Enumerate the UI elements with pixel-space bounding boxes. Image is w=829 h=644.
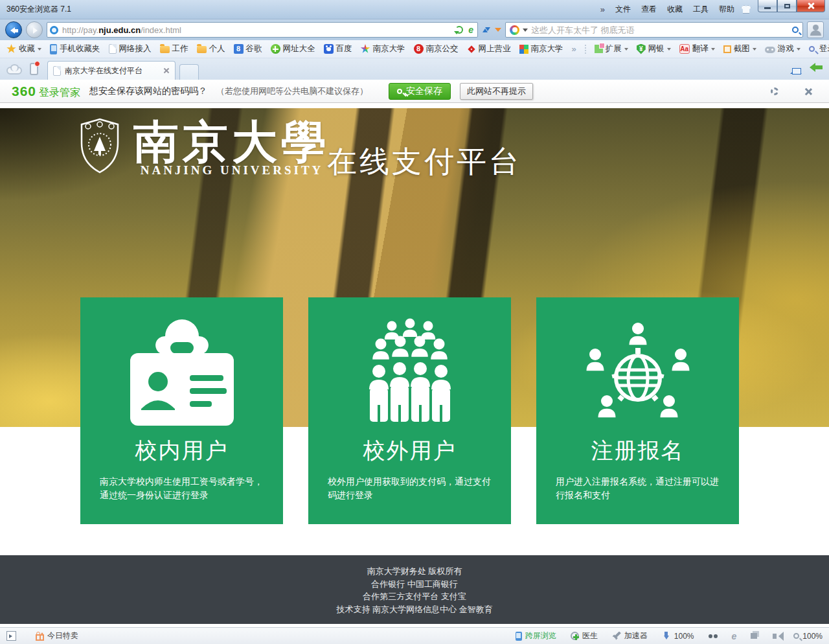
- download-speed[interactable]: 100%: [662, 632, 694, 641]
- back-button[interactable]: [5, 21, 22, 38]
- bookmark-site-directory[interactable]: 网址大全: [271, 43, 315, 54]
- card-description: 校外用户使用获取到的支付码，通过支付码进行登录: [328, 475, 492, 502]
- bookmark-nju[interactable]: 南京大学: [361, 43, 405, 54]
- sidebar-toggle-icon[interactable]: [6, 631, 16, 641]
- card-registration[interactable]: 注册报名 用户进入注册报名系统，通过注册可以进行报名和支付: [536, 297, 739, 524]
- tool-games[interactable]: 游戏: [765, 43, 801, 54]
- cloud-sync-icon[interactable]: [6, 67, 22, 75]
- four-squares-icon: [519, 45, 528, 54]
- dismiss-site-button[interactable]: 此网站不再提示: [460, 83, 533, 100]
- url-text[interactable]: http://pay.nju.edu.cn/index.html: [62, 25, 451, 35]
- dropdown-icon[interactable]: [495, 28, 501, 35]
- menu-view[interactable]: 查看: [641, 4, 657, 15]
- folder-icon: [160, 46, 170, 53]
- search-engine-icon[interactable]: [510, 25, 519, 35]
- separator: [585, 45, 586, 54]
- footer-line: 合作第三方支付平台 支付宝: [0, 590, 829, 603]
- tool-login-manager[interactable]: 登录管家: [809, 43, 829, 54]
- refresh-icon[interactable]: [455, 26, 463, 34]
- chevron-down-icon: [38, 48, 41, 52]
- search-engine-dropdown-icon[interactable]: [523, 29, 528, 34]
- bookmarks-overflow-icon[interactable]: »: [572, 44, 576, 54]
- footer-line: 南京大学财务处 版权所有: [0, 565, 829, 578]
- minimize-button[interactable]: [758, 0, 777, 12]
- chevron-down-icon: [711, 48, 715, 52]
- bookmark-network-access[interactable]: 网络接入: [109, 43, 152, 54]
- password-prompt: 想安全保存该网站的密码吗？: [89, 86, 207, 97]
- tool-screenshot[interactable]: 截图: [723, 43, 756, 54]
- switch-engine-icon[interactable]: [482, 25, 491, 34]
- url-field[interactable]: http://pay.nju.edu.cn/index.html e: [47, 22, 478, 38]
- menu-favorites[interactable]: 收藏: [667, 4, 683, 15]
- forward-button[interactable]: [26, 21, 43, 38]
- incognito-icon[interactable]: [709, 634, 712, 638]
- speaker-icon[interactable]: [773, 634, 777, 639]
- bookmark-favorites[interactable]: 收藏: [6, 43, 41, 54]
- bookmark-baidu[interactable]: 百度: [324, 43, 352, 54]
- card-internal-users[interactable]: 校内用户 南京大学校内师生使用工资号或者学号，通过统一身份认证进行登录: [80, 297, 283, 524]
- bookmark-nju-2[interactable]: 南京大学: [519, 43, 563, 54]
- bookmark-work-folder[interactable]: 工作: [160, 43, 188, 54]
- menu-overflow-icon[interactable]: »: [600, 5, 605, 14]
- bookmark-mobile-favorites[interactable]: 手机收藏夹: [50, 43, 100, 54]
- bookmark-google[interactable]: 8谷歌: [234, 43, 262, 54]
- card-external-users[interactable]: 校外用户 校外用户使用获取到的支付码，通过支付码进行登录: [308, 297, 511, 524]
- tab-bar: 南京大学在线支付平台: [0, 58, 829, 80]
- folder-icon: [197, 46, 207, 53]
- rocket-icon: [612, 632, 621, 641]
- restore-button[interactable]: [777, 0, 797, 12]
- close-icon: [807, 2, 815, 10]
- ie-compat-icon[interactable]: e: [468, 25, 473, 34]
- window-titlebar: 360安全浏览器 7.1 » 文件 查看 收藏 工具 帮助: [0, 0, 829, 19]
- phone-icon: [516, 632, 522, 641]
- search-box[interactable]: [505, 22, 803, 38]
- ie-engine-icon[interactable]: e: [732, 632, 737, 641]
- menu-file[interactable]: 文件: [615, 4, 631, 15]
- restore-tab-icon[interactable]: [810, 63, 823, 72]
- windows-stack-icon[interactable]: [751, 633, 757, 639]
- footer-line: 合作银行 中国工商银行: [0, 578, 829, 591]
- menubar: » 文件 查看 收藏 工具 帮助: [600, 4, 734, 15]
- green-plus-icon: [271, 44, 280, 54]
- user-avatar[interactable]: [807, 21, 824, 38]
- close-button[interactable]: [797, 0, 825, 12]
- zoom-level[interactable]: 100%: [793, 632, 823, 641]
- search-icon[interactable]: [792, 27, 799, 33]
- close-bar-icon[interactable]: [804, 87, 812, 95]
- mobile-notification-icon[interactable]: [30, 63, 38, 75]
- zoom-icon: [793, 633, 799, 639]
- menu-help[interactable]: 帮助: [719, 4, 734, 15]
- red-badge-icon: 8: [414, 44, 424, 54]
- cross-screen-browse[interactable]: 跨屏浏览: [516, 630, 556, 641]
- save-password-button[interactable]: 安全保存: [389, 83, 451, 100]
- new-tab-button[interactable]: [179, 64, 199, 80]
- tool-extensions[interactable]: 扩展: [595, 43, 628, 54]
- key-icon: [397, 89, 402, 94]
- site-title: 在线支付平台: [327, 142, 521, 182]
- address-bar: http://pay.nju.edu.cn/index.html e: [0, 19, 829, 40]
- back-icon: [10, 27, 15, 34]
- accelerator[interactable]: 加速器: [612, 630, 648, 641]
- window-controls: [758, 0, 825, 12]
- tab-close-icon[interactable]: [163, 67, 170, 74]
- logo-english: NANJING UNIVERSITY: [133, 163, 330, 178]
- bookmark-nanjing-bus[interactable]: 8南京公交: [414, 43, 459, 54]
- tool-translate[interactable]: Aa翻译: [679, 43, 715, 54]
- crowd-icon: [345, 314, 475, 431]
- menu-tools[interactable]: 工具: [693, 4, 709, 15]
- today-deals[interactable]: 今日特卖: [36, 630, 78, 641]
- bookmark-personal-folder[interactable]: 个人: [197, 43, 225, 54]
- card-description: 南京大学校内师生使用工资号或者学号，通过统一身份认证进行登录: [100, 475, 264, 502]
- browser-doctor[interactable]: 医生: [571, 630, 598, 641]
- card-title: 校外用户: [308, 436, 511, 466]
- tool-ebank[interactable]: ¥网银: [637, 43, 671, 54]
- search-input[interactable]: [531, 25, 789, 35]
- gear-icon[interactable]: [771, 87, 778, 95]
- bookmark-online-business[interactable]: 网上营业: [467, 43, 511, 54]
- tab-title: 南京大学在线支付平台: [65, 65, 159, 76]
- chevron-down-icon: [753, 48, 756, 52]
- tab-active[interactable]: 南京大学在线支付平台: [47, 61, 176, 80]
- home-icon[interactable]: [790, 63, 802, 73]
- page-viewport: 南京大學 NANJING UNIVERSITY 在线支付平台 校内用户 南京大学…: [0, 103, 829, 627]
- skin-icon[interactable]: [741, 5, 751, 14]
